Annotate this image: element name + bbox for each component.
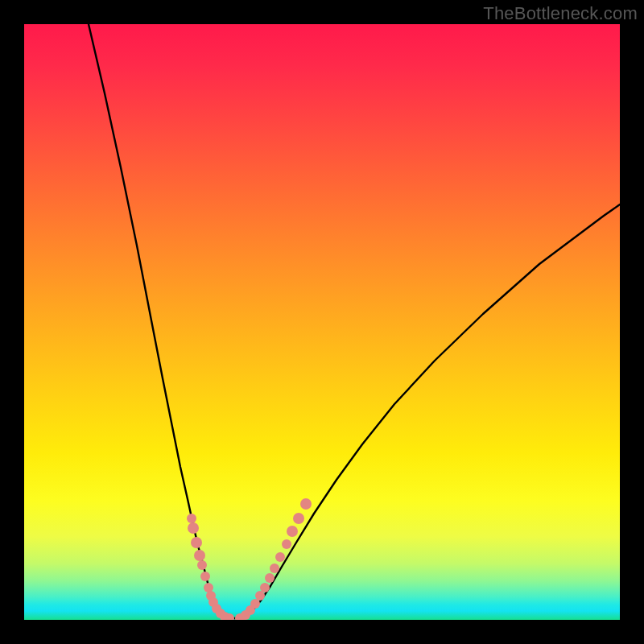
- data-marker: [282, 539, 291, 549]
- data-marker: [187, 514, 196, 523]
- data-marker: [260, 583, 270, 592]
- plot-area: [24, 24, 620, 620]
- data-marker: [191, 537, 202, 548]
- data-marker: [200, 572, 210, 581]
- data-marker: [197, 560, 207, 570]
- data-marker: [255, 591, 265, 601]
- chart-frame: TheBottleneck.com: [0, 0, 644, 644]
- data-marker: [270, 564, 279, 573]
- data-marker: [188, 522, 199, 534]
- data-marker: [194, 550, 205, 561]
- data-marker: [293, 513, 304, 524]
- data-marker: [275, 552, 285, 562]
- data-marker: [300, 498, 312, 510]
- curve-layer: [24, 24, 620, 620]
- data-marker: [250, 599, 260, 609]
- data-marker: [265, 573, 275, 583]
- bottleneck-curve: [240, 204, 620, 618]
- bottleneck-curve: [89, 24, 229, 618]
- watermark-text: TheBottleneck.com: [483, 3, 638, 24]
- data-marker: [287, 526, 298, 537]
